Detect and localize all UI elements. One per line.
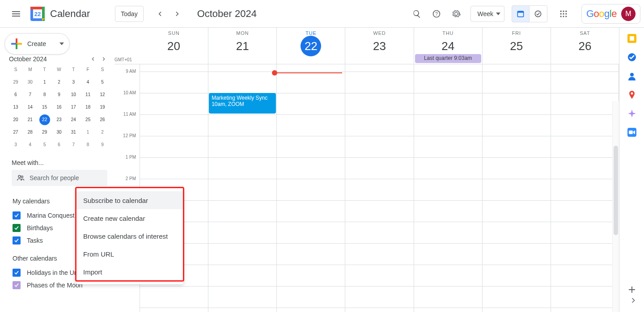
day-column[interactable] (345, 64, 413, 312)
popup-menu-item[interactable]: From URL (76, 245, 183, 263)
help-button[interactable]: ? (428, 5, 445, 23)
search-button[interactable] (408, 5, 426, 23)
mini-day[interactable]: 30 (52, 126, 66, 139)
mini-day[interactable]: 3 (9, 139, 22, 151)
mini-day[interactable]: 5 (96, 76, 109, 89)
mini-day[interactable]: 22 (39, 114, 50, 125)
popup-menu-item[interactable]: Import (76, 263, 183, 281)
day-header[interactable]: WED23 (345, 28, 413, 64)
zoom-app-icon[interactable] (627, 128, 636, 137)
mini-day[interactable]: 5 (38, 139, 51, 151)
mini-day[interactable]: 18 (81, 101, 95, 114)
mini-day[interactable]: 20 (9, 114, 22, 126)
day-number[interactable]: 24 (414, 36, 482, 56)
side-panel-toggle[interactable] (624, 291, 642, 309)
mini-day[interactable]: 6 (9, 89, 22, 101)
calendar-checkbox[interactable] (13, 269, 21, 277)
mini-day[interactable]: 9 (96, 139, 109, 151)
grid-scrollbar[interactable] (612, 101, 619, 312)
create-button[interactable]: Create (4, 33, 70, 55)
day-column[interactable]: Marketing Weekly Sync10am, ZOOM (208, 64, 276, 312)
google-apps-button[interactable] (555, 5, 572, 23)
calendar-checkbox[interactable] (13, 224, 21, 232)
settings-button[interactable] (447, 5, 465, 23)
mini-day[interactable]: 14 (23, 101, 37, 114)
day-header[interactable]: TUE22 (276, 28, 345, 64)
popup-menu-item[interactable]: Browse calendars of interest (76, 227, 183, 245)
day-header[interactable]: FRI25 (482, 28, 551, 64)
mini-day[interactable]: 3 (67, 76, 80, 89)
mini-day[interactable]: 13 (9, 101, 22, 114)
mini-day[interactable]: 29 (9, 76, 22, 89)
mini-day[interactable]: 6 (52, 139, 66, 151)
mini-prev-month[interactable] (88, 54, 98, 64)
day-header[interactable]: THU24Last quarter 9:03am (414, 28, 482, 64)
day-header[interactable]: SAT26 (551, 28, 619, 64)
calendar-checkbox[interactable] (13, 281, 21, 289)
day-number[interactable]: 26 (551, 36, 619, 56)
mini-day[interactable]: 4 (81, 76, 95, 89)
mini-day[interactable]: 8 (38, 89, 51, 101)
calendar-event[interactable]: Marketing Weekly Sync10am, ZOOM (209, 93, 276, 114)
mini-day[interactable]: 2 (96, 126, 109, 139)
prev-week-button[interactable] (151, 5, 169, 23)
mini-day[interactable]: 23 (52, 114, 66, 126)
search-people-input[interactable]: Search for people (12, 170, 107, 186)
mini-day[interactable]: 1 (81, 126, 95, 139)
account-avatar[interactable]: M (621, 7, 636, 21)
main-menu-button[interactable] (7, 5, 25, 23)
mini-day[interactable]: 15 (38, 101, 51, 114)
chevron-right-icon (101, 56, 107, 62)
day-number[interactable]: 20 (140, 36, 208, 56)
tasks-mode-toggle[interactable] (530, 5, 547, 22)
mini-day[interactable]: 11 (81, 89, 95, 101)
mini-next-month[interactable] (98, 54, 109, 64)
mini-day[interactable]: 8 (81, 139, 95, 151)
mini-day[interactable]: 26 (96, 114, 109, 126)
day-column[interactable] (414, 64, 482, 312)
mini-day[interactable]: 9 (52, 89, 66, 101)
next-week-button[interactable] (169, 5, 186, 23)
view-switcher-button[interactable]: Week (470, 6, 504, 22)
mini-day[interactable]: 28 (23, 126, 37, 139)
keep-app-icon[interactable] (627, 34, 636, 43)
mini-day[interactable]: 21 (23, 114, 37, 126)
mini-day[interactable]: 2 (52, 76, 66, 89)
contacts-app-icon[interactable] (627, 72, 636, 80)
mini-day[interactable]: 7 (23, 89, 37, 101)
maps-app-icon[interactable] (627, 90, 636, 99)
popup-menu-item[interactable]: Create new calendar (76, 209, 183, 227)
day-number[interactable]: 21 (208, 36, 276, 56)
mini-day[interactable]: 7 (67, 139, 80, 151)
mini-day[interactable]: 27 (9, 126, 22, 139)
mini-day[interactable]: 10 (67, 89, 80, 101)
calendar-checkbox[interactable] (13, 236, 21, 245)
mini-day[interactable]: 16 (52, 101, 66, 114)
tasks-app-icon[interactable] (627, 53, 636, 62)
google-account-chip[interactable]: Google M (581, 4, 640, 24)
mini-day[interactable]: 17 (67, 101, 80, 114)
day-column[interactable] (482, 64, 551, 312)
mini-day[interactable]: 1 (38, 76, 51, 89)
mini-day[interactable]: 25 (81, 114, 95, 126)
day-number[interactable]: 22 (301, 36, 321, 56)
day-column[interactable] (551, 64, 619, 312)
day-number[interactable]: 25 (483, 36, 551, 56)
mini-day[interactable]: 24 (67, 114, 80, 126)
day-column[interactable] (276, 64, 345, 312)
today-button[interactable]: Today (115, 6, 143, 22)
allday-event[interactable]: Last quarter 9:03am (415, 54, 481, 63)
calendar-mode-toggle[interactable] (512, 5, 530, 22)
mini-day[interactable]: 29 (38, 126, 51, 139)
calendar-checkbox[interactable] (13, 211, 21, 219)
mini-day[interactable]: 30 (23, 76, 37, 89)
day-header[interactable]: SUN20 (140, 28, 208, 64)
day-number[interactable]: 23 (345, 36, 413, 56)
mini-day[interactable]: 31 (67, 126, 80, 139)
mini-day[interactable]: 19 (96, 101, 109, 114)
popup-menu-item[interactable]: Subscribe to calendar (76, 191, 183, 209)
day-header[interactable]: MON21 (208, 28, 276, 64)
mini-day[interactable]: 12 (96, 89, 109, 101)
gemini-app-icon[interactable] (627, 109, 636, 118)
mini-day[interactable]: 4 (23, 139, 37, 151)
